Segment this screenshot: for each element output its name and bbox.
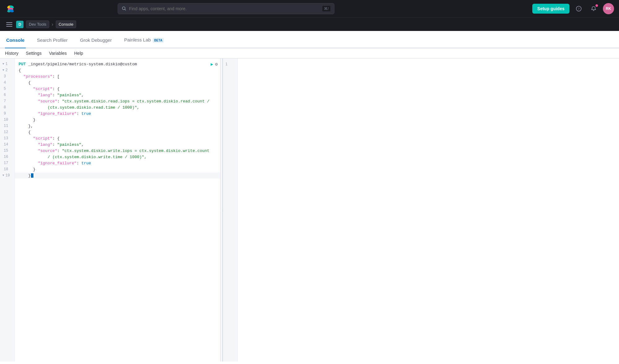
tab-console[interactable]: Console [5,37,26,48]
code-line-7: "source": "ctx.system.diskio.read.iops =… [15,98,220,104]
editor-panel: ▼1 ▼2 3 4 5 6 7 8 9 10 11 12 13 14 15 16… [0,58,223,362]
help-icon: ? [576,6,582,11]
method-put: PUT [19,62,26,67]
line-num-19: ▼19 [0,172,15,179]
code-line-13: "script": { [15,135,220,141]
output-area[interactable] [238,58,245,362]
search-input[interactable] [129,6,320,11]
line-num-5: 5 [0,86,15,92]
code-line-18: } [15,166,220,172]
top-nav: ⌘/ Setup guides ? RK [0,0,619,17]
breadcrumb-separator: › [52,22,53,27]
code-line-9: "ignore_failure": true [15,110,220,117]
tab-grok-debugger[interactable]: Grok Debugger [79,37,113,48]
code-line-12: { [15,129,220,135]
help-icon-btn[interactable]: ? [573,3,584,14]
code-line-1[interactable]: PUT _ingest/pipeline/metrics-system.disk… [15,61,220,67]
output-line-numbers: 1 [223,58,238,362]
line-num-13: 13 [0,135,15,141]
output-panel: 1 [223,58,245,362]
line-actions: ▶ ⚙ [211,61,218,67]
toolbar-help[interactable]: Help [74,51,83,56]
tab-search-profiler[interactable]: Search Profiler [36,37,69,48]
svg-text:?: ? [578,7,580,11]
user-avatar[interactable]: RK [603,3,614,14]
line-num-14: 14 [0,141,15,148]
main-content: ▼1 ▼2 3 4 5 6 7 8 9 10 11 12 13 14 15 16… [0,58,619,362]
beta-badge: BETA [153,38,164,43]
line-numbers: ▼1 ▼2 3 4 5 6 7 8 9 10 11 12 13 14 15 16… [0,58,15,362]
code-line-6: "lang": "painless", [15,92,220,98]
search-icon [122,6,127,11]
code-line-14: "lang": "painless", [15,141,220,148]
code-line-16: / (ctx.system.diskio.write.time / 1000)"… [15,154,220,160]
line-num-18: 18 [0,166,15,172]
code-editor[interactable]: PUT _ingest/pipeline/metrics-system.disk… [15,58,220,362]
line-num-8: 8 [0,104,15,110]
breadcrumb-d-icon: D [16,21,24,28]
breadcrumb-bar: D Dev Tools › Console [0,17,619,31]
output-line-num-1: 1 [223,61,238,67]
code-line-8: (ctx.system.diskio.read.time / 1000)", [15,104,220,110]
line-num-11: 11 [0,123,15,129]
line-num-3: 3 [0,73,15,80]
code-line-11: }, [15,123,220,129]
line-num-9: 9 [0,110,15,117]
code-line-10: } [15,117,220,123]
settings-icon[interactable]: ⚙ [215,62,218,67]
line-num-1: ▼1 [0,61,15,67]
resize-divider[interactable]: ⋮⋮ [220,58,223,362]
toolbar-history[interactable]: History [5,51,19,56]
nav-right: Setup guides ? RK [532,3,614,14]
line-num-15: 15 [0,148,15,154]
code-line-15: "source": "ctx.system.diskio.write.iops … [15,148,220,154]
line-num-12: 12 [0,129,15,135]
code-line-17: "ignore_failure": true [15,160,220,166]
search-shortcut: ⌘/ [322,6,330,11]
line-num-16: 16 [0,154,15,160]
notification-dot [595,4,598,7]
code-line-4: { [15,80,220,86]
line-num-6: 6 [0,92,15,98]
run-button[interactable]: ▶ [211,62,213,67]
code-line-2: { [15,67,220,73]
toolbar-variables[interactable]: Variables [49,51,67,56]
toolbar: History Settings Variables Help [0,48,619,58]
line-num-4: 4 [0,80,15,86]
global-search-bar[interactable]: ⌘/ [118,3,334,14]
elastic-logo[interactable] [5,3,16,14]
breadcrumb-console[interactable]: Console [56,20,76,28]
code-line-5: "script": { [15,86,220,92]
setup-guides-button[interactable]: Setup guides [532,4,569,14]
bell-icon [591,6,596,11]
code-line-3: "processors": [ [15,73,220,80]
path-text: _ingest/pipeline/metrics-system.diskio@c… [26,62,137,67]
line-num-10: 10 [0,117,15,123]
tabs-bar: Console Search Profiler Grok Debugger Pa… [0,31,619,48]
notifications-icon-btn[interactable] [588,3,599,14]
code-line-19: } [15,172,220,179]
line-num-17: 17 [0,160,15,166]
hamburger-menu[interactable] [5,20,14,29]
breadcrumb-dev-tools[interactable]: Dev Tools [26,20,49,28]
tab-painless-lab[interactable]: Painless LabBETA [123,37,165,48]
toolbar-settings[interactable]: Settings [26,51,42,56]
line-num-2: ▼2 [0,67,15,73]
line-num-7: 7 [0,98,15,104]
